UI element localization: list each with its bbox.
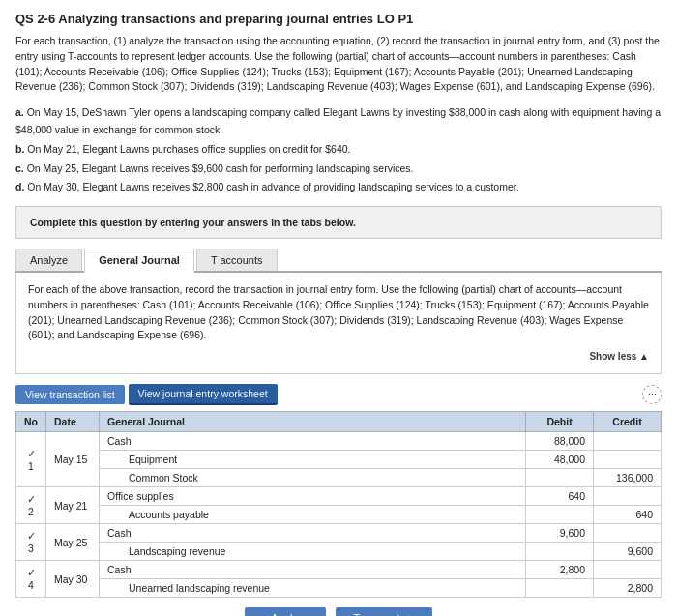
row-date-4: May 30 [46, 561, 100, 598]
table-row: ✓ 1 May 15 Cash 88,000 [16, 432, 662, 451]
table-row: Equipment 48,000 [16, 451, 662, 469]
entry-debit[interactable] [526, 469, 594, 487]
view-transaction-list-button[interactable]: View transaction list [15, 385, 125, 404]
entry-credit[interactable] [594, 451, 662, 469]
checkmark-1: ✓ [27, 448, 36, 459]
entry-debit[interactable]: 9,600 [526, 524, 594, 543]
tab-general-journal[interactable]: General Journal [84, 249, 194, 273]
col-journal: General Journal [100, 412, 526, 432]
checkmark-4: ✓ [27, 567, 36, 578]
col-credit: Credit [594, 412, 662, 432]
entry-debit[interactable]: 640 [526, 487, 594, 506]
transaction-a: a. On May 15, DeShawn Tyler opens a land… [15, 104, 662, 139]
table-row: ✓ 3 May 25 Cash 9,600 [16, 524, 662, 543]
journal-table: No Date General Journal Debit Credit ✓ 1… [15, 411, 662, 598]
table-row: Unearned landscaping revenue 2,800 [16, 579, 662, 598]
intro-text: For each transaction, (1) analyze the tr… [15, 34, 662, 95]
tab-analyze[interactable]: Analyze [15, 249, 82, 271]
entry-credit[interactable]: 136,000 [594, 469, 662, 487]
row-no-3: ✓ 3 [16, 524, 46, 561]
tab-t-accounts[interactable]: T accounts [196, 249, 278, 271]
entry-credit[interactable]: 640 [594, 506, 662, 524]
entry-account[interactable]: Landscaping revenue [100, 543, 526, 561]
row-no-4: ✓ 4 [16, 561, 46, 598]
transaction-d: d. On May 30, Elegant Lawns receives $2,… [15, 179, 662, 196]
circle-icon-button[interactable]: ⋯ [642, 385, 662, 404]
table-row: ✓ 4 May 30 Cash 2,800 [16, 561, 662, 579]
tab-description: For each of the above transaction, recor… [28, 282, 649, 343]
entry-credit[interactable] [594, 561, 662, 579]
col-debit: Debit [526, 412, 594, 432]
entry-account[interactable]: Accounts payable [100, 506, 526, 524]
row-date-2: May 21 [46, 487, 100, 524]
page-title: QS 2-6 Analyzing transactions and prepar… [15, 12, 662, 26]
row-no-1: ✓ 1 [16, 432, 46, 487]
row-date-1: May 15 [46, 432, 100, 487]
entry-debit[interactable] [526, 506, 594, 524]
transaction-c: c. On May 25, Elegant Lawns receives $9,… [15, 161, 662, 178]
entry-debit[interactable]: 2,800 [526, 561, 594, 579]
table-row: ✓ 2 May 21 Office supplies 640 [16, 487, 662, 506]
entry-account[interactable]: Cash [100, 432, 526, 451]
entry-credit[interactable]: 2,800 [594, 579, 662, 598]
transaction-b: b. On May 21, Elegant Lawns purchases of… [15, 141, 662, 159]
entry-credit[interactable]: 9,600 [594, 543, 662, 561]
t-accounts-nav-button[interactable]: T accounts > [336, 607, 431, 616]
col-date: Date [46, 412, 100, 432]
checkmark-2: ✓ [27, 493, 36, 505]
action-buttons-row: View transaction list View journal entry… [15, 384, 662, 405]
entry-credit[interactable] [594, 524, 662, 543]
col-no: No [16, 412, 46, 432]
checkmark-3: ✓ [27, 530, 36, 542]
entry-account[interactable]: Equipment [100, 451, 526, 469]
nav-buttons-row: < Analyze T accounts > [15, 607, 662, 616]
transactions-list: a. On May 15, DeShawn Tyler opens a land… [15, 104, 662, 196]
entry-account[interactable]: Cash [100, 524, 526, 543]
table-row: Common Stock 136,000 [16, 469, 662, 487]
entry-account[interactable]: Office supplies [100, 487, 526, 506]
entry-account[interactable]: Common Stock [100, 469, 526, 487]
entry-credit[interactable] [594, 487, 662, 506]
entry-account[interactable]: Cash [100, 561, 526, 579]
tabs-row: Analyze General Journal T accounts [15, 249, 662, 273]
instruction-box: Complete this question by entering your … [15, 206, 662, 239]
table-row: Accounts payable 640 [16, 506, 662, 524]
view-journal-entry-worksheet-button[interactable]: View journal entry worksheet [129, 384, 278, 405]
entry-credit[interactable] [594, 432, 662, 451]
row-date-3: May 25 [46, 524, 100, 561]
tab-content: For each of the above transaction, recor… [15, 273, 662, 374]
entry-debit[interactable] [526, 543, 594, 561]
table-row: Landscaping revenue 9,600 [16, 543, 662, 561]
entry-debit[interactable] [526, 579, 594, 598]
entry-account[interactable]: Unearned landscaping revenue [100, 579, 526, 598]
row-no-2: ✓ 2 [16, 487, 46, 524]
analyze-nav-button[interactable]: < Analyze [245, 607, 326, 616]
show-less[interactable]: Show less ▲ [28, 349, 649, 364]
entry-debit[interactable]: 48,000 [526, 451, 594, 469]
instruction-label: Complete this question by entering your … [30, 217, 356, 228]
entry-debit[interactable]: 88,000 [526, 432, 594, 451]
